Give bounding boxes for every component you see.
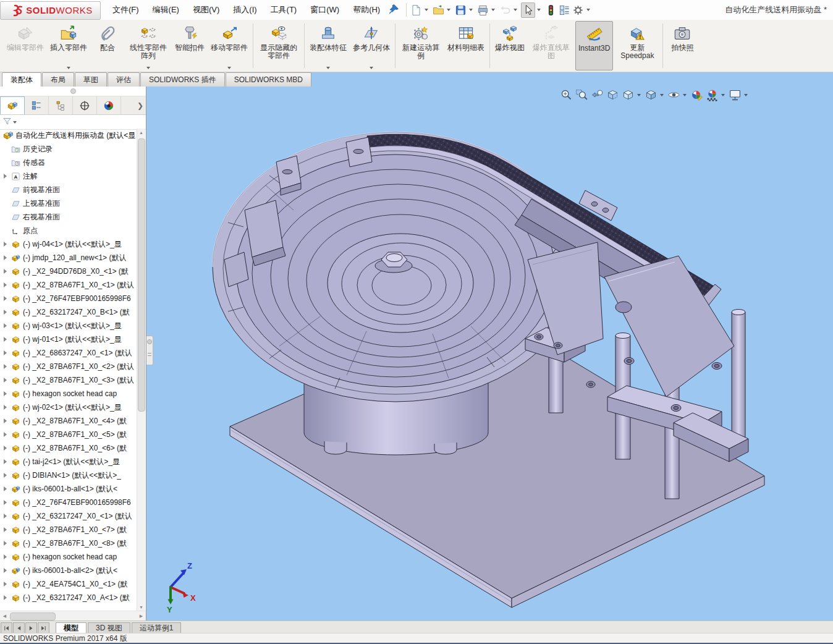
tree-item[interactable]: 右视基准面 [0,210,138,224]
hud-display-style-button[interactable] [644,88,658,102]
tree-item[interactable]: 传感器 [0,156,138,169]
command-tab-2[interactable]: 草图 [75,72,107,87]
tree-expander-icon[interactable] [0,405,10,410]
tree-item[interactable]: (-) _X2_4EA754C1_X0_<1> (默 [0,577,138,591]
tree-item[interactable]: (-) _X2_68637247_X0_<1> (默认 [0,346,138,360]
tree-item[interactable]: (-) _X2_87BA67F1_X0_<5> (默 [0,428,138,441]
dropdown-caret-icon[interactable] [637,94,641,96]
tree-expander-icon[interactable] [0,595,10,600]
ribbon-button-snapshot[interactable]: 拍快照 [666,21,699,70]
tree-filter-row[interactable] [0,115,146,130]
hud-zoom-to-area-button[interactable] [575,88,589,102]
hud-previous-view-button[interactable] [590,88,604,102]
dropdown-caret-icon[interactable] [326,66,330,69]
menu-item[interactable]: 窗口(W) [303,2,346,17]
vscroll-thumb[interactable] [138,138,145,412]
ribbon-button-insert-component[interactable]: 插入零部件 [48,21,90,70]
panel-tab-configuration-manager[interactable] [49,96,73,114]
select-cursor-button[interactable] [521,2,535,18]
filter-dropdown-caret-icon[interactable] [13,121,17,124]
graphics-viewport[interactable]: Z X Y [146,87,833,621]
tree-item[interactable]: (-) _X2_94DD76D8_X0_<1> (默 [0,265,138,278]
tree-expander-icon[interactable] [0,350,10,355]
ribbon-button-linear-pattern[interactable]: 线性零部件阵列 [125,21,171,70]
tree-expander-icon[interactable] [0,568,10,573]
command-tab-3[interactable]: 评估 [108,72,140,87]
tree-item[interactable]: (-) _X2_76F47EBF900165998F6 [0,292,138,305]
tree-expander-icon[interactable] [0,323,10,328]
tab-scroll-first-button[interactable] [1,622,12,633]
ribbon-button-edit-component[interactable]: 编辑零部件 [4,21,46,70]
dropdown-caret-icon[interactable] [683,94,687,96]
rebuild-traffic-light-button[interactable] [544,3,557,17]
hscroll-thumb[interactable] [10,612,56,621]
menu-item[interactable]: 工具(T) [264,2,304,17]
menu-item[interactable]: 帮助(H) [346,2,387,17]
tree-item[interactable]: (-) iks-06001-b-all<2> (默认< [0,564,138,577]
tree-item[interactable]: (-) _X2_63217247_X0_B<1> (默 [0,305,138,319]
menu-item[interactable]: 编辑(E) [146,2,186,17]
dropdown-caret-icon[interactable] [490,7,496,12]
dropdown-caret-icon[interactable] [227,66,231,69]
scroll-up-arrow[interactable]: ▲ [137,129,145,137]
tree-item[interactable]: (-) wj-04<1> (默认<<默认>_显 [0,237,138,251]
tree-expander-icon[interactable] [0,527,10,532]
tree-vertical-scrollbar[interactable]: ▲ ▼ [137,129,145,611]
tree-expander-icon[interactable] [0,554,10,559]
tree-expander-icon[interactable] [0,582,10,587]
options-list-button[interactable] [558,3,571,17]
ribbon-button-move-component[interactable]: 移动零部件 [208,21,250,70]
hud-view-settings-button[interactable] [728,88,742,102]
tree-expander-icon[interactable] [0,418,10,423]
tree-item[interactable]: (-) _X2_87BA67F1_X0_<7> (默 [0,523,138,536]
hud-zoom-to-fit-button[interactable] [559,88,573,102]
model-vibratory-bowl-feeder[interactable]: Z X Y [146,87,833,621]
hud-section-view-button[interactable] [606,88,620,102]
tree-expander-icon[interactable] [0,337,10,342]
tree-item[interactable]: (-) wj-03<1> (默认<<默认>_显 [0,319,138,333]
tree-item[interactable]: (-) _X2_87BA67F1_X0_<3> (默认 [0,373,138,387]
tree-item[interactable]: 原点 [0,224,138,237]
dropdown-caret-icon[interactable] [67,66,70,69]
tree-expander-icon[interactable] [0,514,10,519]
dropdown-caret-icon[interactable] [721,94,725,96]
panel-tab-dimxpert-manager[interactable] [73,96,97,114]
tree-item[interactable]: 前视基准面 [0,183,138,197]
tree-expander-icon[interactable] [0,541,10,546]
tab-scroll-next-button[interactable] [25,622,37,633]
panel-tab-property-manager[interactable] [25,96,49,114]
dropdown-caret-icon[interactable] [536,7,542,12]
tree-item[interactable]: (-) tai-j2<1> (默认<<默认>_显 [0,455,138,468]
dropdown-caret-icon[interactable] [446,7,452,12]
new-document-button[interactable] [410,3,423,17]
tree-expander-icon[interactable] [0,242,10,247]
dropdown-caret-icon[interactable] [585,7,591,12]
save-button[interactable] [454,3,467,17]
tree-item[interactable]: (-) _X2_63217247_X0_<1> (默认 [0,509,138,523]
tree-expander-icon[interactable] [0,500,10,505]
ribbon-button-assembly-features[interactable]: 装配体特征 [307,21,349,70]
tree-item[interactable]: (-) hexagon socket head cap [0,387,138,400]
settings-gear-button[interactable] [572,3,585,17]
tree-item[interactable]: (-) _X2_87BA67F1_X0_<4> (默 [0,414,138,428]
document-tab-motion-study-1[interactable]: 运动算例1 [132,622,182,633]
tree-item[interactable]: (-) DIBIAN<1> (默认<<默认>_ [0,468,138,482]
tree-expander-icon[interactable] [0,269,10,274]
tree-item[interactable]: (-) hexagon socket head cap [0,550,138,564]
tree-expander-icon[interactable] [0,364,10,369]
tree-item[interactable]: A注解 [0,169,138,183]
ribbon-button-smart-fasteners[interactable]: 智能扣件 [172,21,207,70]
tree-item[interactable]: 历史记录 [0,142,138,156]
tree-item[interactable]: (-) jmdp_120_all_new<1> (默认 [0,251,138,265]
open-document-button[interactable] [432,3,445,17]
panel-tab-overflow-button[interactable]: ❯ [135,96,146,114]
tree-horizontal-scrollbar[interactable]: ◀ ▶ [0,611,146,621]
command-tab-5[interactable]: SOLIDWORKS MBD [226,72,311,87]
tree-expander-icon[interactable] [0,255,10,260]
panel-tab-featuremanager-tree[interactable] [0,96,25,114]
tree-item[interactable]: (-) _X2_87BA67F1_X0_<2> (默认 [0,360,138,373]
tree-expander-icon[interactable] [0,174,10,179]
hud-view-orientation-button[interactable] [621,88,635,102]
dropdown-caret-icon[interactable] [660,94,664,96]
tree-item[interactable]: (-) iks-06001-b-all<1> (默认< [0,482,138,496]
